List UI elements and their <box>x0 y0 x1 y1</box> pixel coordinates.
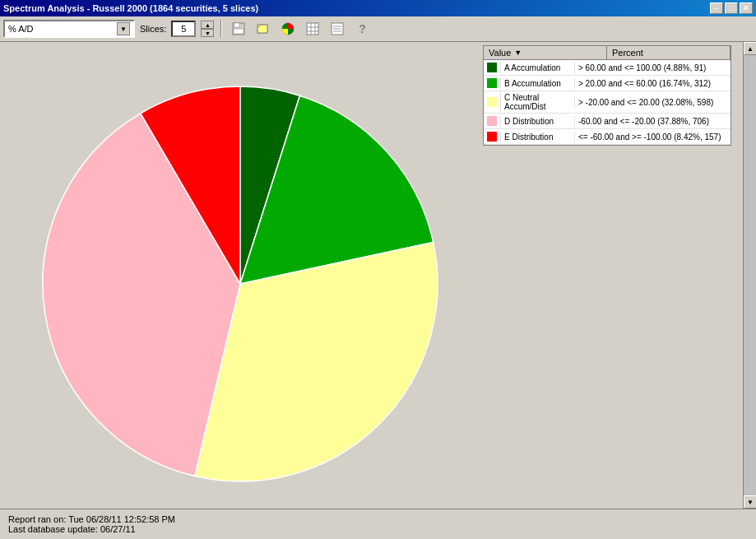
minimize-button[interactable]: ─ <box>710 2 723 14</box>
legend-row-0: A Accumulation > 60.00 and <= 100.00 (4.… <box>484 60 730 76</box>
header-percent-label: Percent <box>612 48 643 58</box>
legend-label-2: C Neutral Accum/Dist <box>500 92 574 112</box>
slices-input[interactable] <box>171 21 196 37</box>
chart-area <box>0 42 480 509</box>
help-button[interactable]: ? <box>352 19 372 39</box>
legend-value-3: -60.00 and <= -20.00 (37.88%, 706) <box>574 116 730 127</box>
dropdown-value: % A/D <box>8 24 34 34</box>
legend-color-0 <box>484 61 500 74</box>
maximize-button[interactable]: □ <box>725 2 738 14</box>
scroll-track <box>744 55 756 495</box>
legend-color-4 <box>484 130 500 143</box>
legend-row-3: D Distribution -60.00 and <= -20.00 (37.… <box>484 114 730 129</box>
color-box-2 <box>487 97 497 107</box>
legend-label-3: D Distribution <box>500 116 574 127</box>
legend-value-1: > 20.00 and <= 60.00 (16.74%, 312) <box>574 78 730 89</box>
header-value-cell: Value ▼ <box>484 46 607 59</box>
legend-label-4: E Distribution <box>500 132 574 142</box>
open-button[interactable] <box>253 19 273 39</box>
sort-icon[interactable]: ▼ <box>514 49 522 57</box>
dropdown-arrow-icon[interactable]: ▼ <box>117 22 130 35</box>
svg-rect-6 <box>307 23 318 35</box>
toolbar: % A/D ▼ Slices: ▲ ▼ <box>0 16 756 42</box>
color-box-1 <box>487 78 497 88</box>
grid-button[interactable] <box>303 19 322 39</box>
legend-table: Value ▼ Percent A Accumulation > 60.00 a… <box>483 45 731 146</box>
content-area: Value ▼ Percent A Accumulation > 60.00 a… <box>0 42 756 509</box>
right-panel: Value ▼ Percent A Accumulation > 60.00 a… <box>480 42 743 509</box>
indicator-dropdown[interactable]: % A/D ▼ <box>3 20 135 38</box>
list-button[interactable] <box>327 19 347 39</box>
report-date: Report ran on: Tue 06/28/11 12:52:58 PM <box>8 514 748 524</box>
color-box-4 <box>487 132 497 142</box>
color-box-3 <box>487 116 497 126</box>
legend-label-0: A Accumulation <box>500 63 574 73</box>
legend-panel: Value ▼ Percent A Accumulation > 60.00 a… <box>480 42 735 149</box>
header-percent-cell: Percent <box>607 46 730 59</box>
header-value-label: Value <box>489 48 511 58</box>
scroll-down-button[interactable]: ▼ <box>744 495 756 509</box>
chart-type-button[interactable] <box>278 19 298 39</box>
legend-rows: A Accumulation > 60.00 and <= 100.00 (4.… <box>484 60 730 145</box>
window-body: % A/D ▼ Slices: ▲ ▼ <box>0 16 756 539</box>
legend-row-2: C Neutral Accum/Dist > -20.00 and <= 20.… <box>484 91 730 114</box>
slices-spinner: ▲ ▼ <box>201 21 214 37</box>
legend-value-0: > 60.00 and <= 100.00 (4.88%, 91) <box>574 63 730 73</box>
legend-label-1: B Accumulation <box>500 78 574 89</box>
pie-chart <box>26 62 454 490</box>
footer: Report ran on: Tue 06/28/11 12:52:58 PM … <box>0 509 756 539</box>
legend-row-1: B Accumulation > 20.00 and <= 60.00 (16.… <box>484 76 730 91</box>
vertical-scrollbar: ▲ ▼ <box>743 42 756 509</box>
save-button[interactable] <box>229 19 248 39</box>
svg-rect-1 <box>234 23 239 27</box>
close-button[interactable]: ✕ <box>740 2 753 14</box>
slices-down-button[interactable]: ▼ <box>201 29 214 37</box>
scroll-up-button[interactable]: ▲ <box>744 42 756 55</box>
color-box-0 <box>487 63 497 72</box>
legend-header: Value ▼ Percent <box>484 46 730 60</box>
slices-label: Slices: <box>140 24 166 34</box>
legend-value-4: <= -60.00 and >= -100.00 (8.42%, 157) <box>574 132 730 142</box>
legend-color-2 <box>484 95 500 109</box>
window-title: Spectrum Analysis - Russell 2000 (1864 s… <box>3 3 258 13</box>
toolbar-separator-1 <box>220 20 222 38</box>
legend-value-2: > -20.00 and <= 20.00 (32.08%, 598) <box>574 97 730 108</box>
title-bar: Spectrum Analysis - Russell 2000 (1864 s… <box>0 0 756 16</box>
slices-up-button[interactable]: ▲ <box>201 21 214 29</box>
svg-rect-2 <box>234 29 243 34</box>
legend-row-4: E Distribution <= -60.00 and >= -100.00 … <box>484 129 730 145</box>
legend-color-1 <box>484 77 500 90</box>
legend-color-3 <box>484 114 500 128</box>
svg-marker-4 <box>257 25 267 33</box>
database-date: Last database update: 06/27/11 <box>8 524 748 534</box>
window-controls: ─ □ ✕ <box>710 2 753 14</box>
